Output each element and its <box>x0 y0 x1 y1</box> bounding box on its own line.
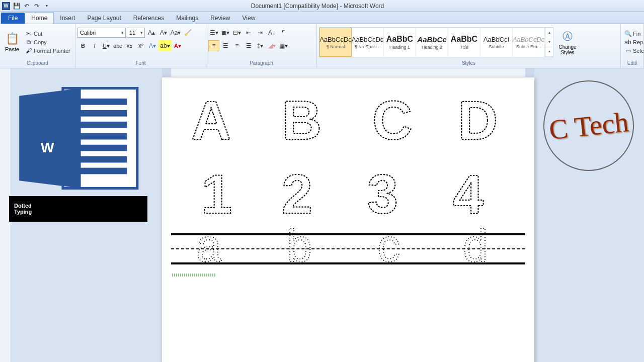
shrink-font-icon[interactable]: A▾ <box>158 27 169 38</box>
paste-label: Paste <box>5 46 19 52</box>
style-nospacing[interactable]: AaBbCcDc¶ No Spaci... <box>352 28 384 57</box>
indent-inc-icon[interactable]: ⇥ <box>255 27 266 38</box>
svg-rect-19 <box>73 168 127 174</box>
bold-button[interactable]: B <box>77 40 89 51</box>
quick-access-toolbar: 💾 ↶ ↷ ▾ <box>12 2 51 11</box>
brush-icon: 🖌 <box>25 47 32 54</box>
bullets-icon[interactable]: ☰▾ <box>208 27 219 38</box>
clipboard-label: Clipboard <box>2 59 73 67</box>
select-button[interactable]: ▭Sele <box>623 47 644 55</box>
tab-pagelayout[interactable]: Page Layout <box>81 13 127 24</box>
undo-icon[interactable]: ↶ <box>22 2 31 11</box>
channel-logo-overlay: C Tech <box>543 80 634 171</box>
redo-icon[interactable]: ↷ <box>32 2 41 11</box>
indent-dec-icon[interactable]: ⇤ <box>243 27 254 38</box>
grow-font-icon[interactable]: A▴ <box>146 27 157 38</box>
tab-references[interactable]: References <box>127 13 170 24</box>
style-subtitle[interactable]: AaBbCcISubtitle <box>480 28 513 57</box>
qat-more-icon[interactable]: ▾ <box>42 2 51 11</box>
highlight-icon[interactable]: ab▾ <box>158 40 172 51</box>
cut-button[interactable]: ✂Cut <box>24 30 72 38</box>
justify-icon[interactable]: ☰ <box>243 40 254 51</box>
svg-text:a: a <box>196 221 222 270</box>
replace-button[interactable]: abRep <box>623 38 644 46</box>
title-bar: W 💾 ↶ ↷ ▾ Document1 [Compatibility Mode]… <box>0 0 644 12</box>
paste-icon: 📋 <box>6 32 19 45</box>
sort-icon[interactable]: A↓ <box>266 27 277 38</box>
font-size-combo[interactable]: 11 <box>127 28 145 38</box>
align-right-icon[interactable]: ≡ <box>231 40 243 51</box>
copy-button[interactable]: ⧉Copy <box>24 38 72 46</box>
change-styles-icon: Ⓐ <box>562 30 573 43</box>
show-marks-icon[interactable]: ¶ <box>278 27 289 38</box>
style-subtle-em[interactable]: AaBbCcDcSubtle Em... <box>513 28 545 57</box>
strike-button[interactable]: abc <box>112 40 123 51</box>
font-color-icon[interactable]: A▾ <box>172 40 183 51</box>
window-title: Document1 [Compatibility Mode] - Microso… <box>51 3 584 10</box>
replace-icon: ab <box>624 39 631 46</box>
format-painter-button[interactable]: 🖌Format Painter <box>24 47 72 55</box>
dotted-letters-row: A B C D <box>171 81 523 152</box>
subscript-button[interactable]: x₂ <box>124 40 135 51</box>
find-icon: 🔍 <box>624 30 631 37</box>
style-heading2[interactable]: AaBbCcHeading 2 <box>416 28 448 57</box>
dotted-lowercase-row: a b c d <box>171 215 523 270</box>
group-clipboard: 📋 Paste ✂Cut ⧉Copy 🖌Format Painter Clipb… <box>0 24 75 68</box>
underline-button[interactable]: U▾ <box>101 40 112 51</box>
paragraph-label: Paragraph <box>208 59 314 67</box>
writing-lines: a b c d <box>171 233 525 272</box>
tab-insert[interactable]: Insert <box>54 13 81 24</box>
ribbon-tabs: File Home Insert Page Layout References … <box>0 12 644 24</box>
tab-file[interactable]: File <box>1 13 25 24</box>
numbering-icon[interactable]: ≣▾ <box>220 27 231 38</box>
clear-format-icon[interactable]: 🧹 <box>182 27 193 38</box>
style-normal[interactable]: AaBbCcDc¶ Normal <box>319 28 352 57</box>
group-paragraph: ☰▾ ≣▾ ⊟▾ ⇤ ⇥ A↓ ¶ ≡ ☰ ≡ ☰ ‡▾ ◢▾ ▦▾ Parag… <box>206 24 317 68</box>
svg-rect-15 <box>73 122 127 128</box>
font-name-combo[interactable]: Calibri <box>77 28 126 38</box>
multilevel-icon[interactable]: ⊟▾ <box>231 27 243 38</box>
find-button[interactable]: 🔍Fin <box>623 30 644 38</box>
svg-rect-18 <box>73 156 127 163</box>
align-left-icon[interactable]: ≡ <box>208 40 219 51</box>
style-title[interactable]: AaBbCTitle <box>448 28 480 57</box>
italic-button[interactable]: I <box>89 40 100 51</box>
group-editing: 🔍Fin abRep ▭Sele Editi <box>621 24 644 68</box>
svg-text:C: C <box>372 89 412 151</box>
app-icon: W <box>2 2 10 10</box>
horizontal-ruler[interactable] <box>162 68 534 77</box>
svg-text:b: b <box>287 221 312 270</box>
title-overlay: Dotted Typing <box>9 196 147 222</box>
editing-label: Editi <box>623 59 641 67</box>
tab-mailings[interactable]: Mailings <box>170 13 204 24</box>
cut-icon: ✂ <box>25 30 32 37</box>
change-case-icon[interactable]: Aa▾ <box>170 27 181 38</box>
tab-review[interactable]: Review <box>204 13 236 24</box>
borders-icon[interactable]: ▦▾ <box>278 40 289 51</box>
styles-label: Styles <box>319 59 618 67</box>
group-styles: AaBbCcDc¶ Normal AaBbCcDc¶ No Spaci... A… <box>317 24 621 68</box>
select-icon: ▭ <box>624 47 631 54</box>
svg-rect-13 <box>73 99 127 105</box>
spellcheck-squiggle <box>171 274 216 277</box>
styles-gallery[interactable]: AaBbCcDc¶ Normal AaBbCcDc¶ No Spaci... A… <box>319 27 553 57</box>
svg-text:A: A <box>191 89 231 151</box>
tab-view[interactable]: View <box>236 13 262 24</box>
change-styles-button[interactable]: Ⓐ Change Styles <box>555 26 580 58</box>
svg-text:d: d <box>463 221 488 270</box>
text-effects-icon[interactable]: A▾ <box>147 40 158 51</box>
ribbon: 📋 Paste ✂Cut ⧉Copy 🖌Format Painter Clipb… <box>0 24 644 68</box>
shading-icon[interactable]: ◢▾ <box>266 40 277 51</box>
svg-rect-17 <box>73 145 127 151</box>
superscript-button[interactable]: x² <box>135 40 146 51</box>
styles-more[interactable]: ▴▾▾ <box>545 28 553 57</box>
paste-button[interactable]: 📋 Paste <box>2 26 22 58</box>
style-heading1[interactable]: AaBbCHeading 1 <box>384 28 416 57</box>
svg-text:B: B <box>282 89 321 151</box>
document-page[interactable]: A B C D 1 2 3 4 a b c d <box>162 77 534 362</box>
line-spacing-icon[interactable]: ‡▾ <box>255 40 266 51</box>
tab-home[interactable]: Home <box>25 12 54 24</box>
align-center-icon[interactable]: ☰ <box>220 40 231 51</box>
save-icon[interactable]: 💾 <box>12 2 21 11</box>
svg-text:W: W <box>41 140 54 155</box>
